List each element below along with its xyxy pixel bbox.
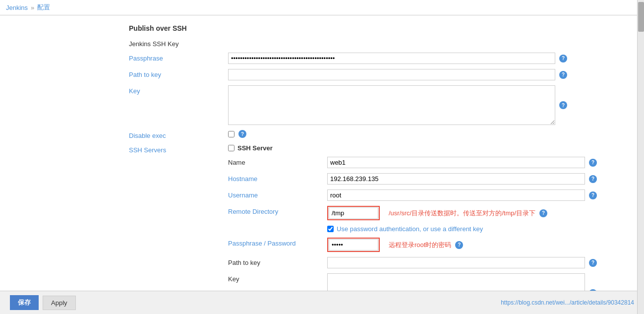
remote-directory-annotation: /usr/src/目录传送数据时。传送至对方的/tmp/目录下 [389, 209, 535, 218]
apply-button[interactable]: Apply [43, 296, 76, 310]
passphrase-password-highlight [327, 238, 380, 252]
remote-directory-control: /usr/src/目录传送数据时。传送至对方的/tmp/目录下 ? [327, 206, 634, 220]
name-row: Name ? [228, 157, 634, 168]
bottom-link[interactable]: https://blog.csdn.net/wei.../article/det… [501, 299, 634, 306]
ssh-servers-row: SSH Servers SSH Server Name ? [129, 144, 634, 314]
server-path-to-key-help-icon[interactable]: ? [589, 259, 597, 267]
passphrase-password-control: 远程登录root时的密码 ? [327, 238, 634, 252]
disable-exec-checkbox[interactable] [228, 131, 234, 137]
disable-exec-row: Disable exec ? [129, 130, 634, 139]
path-to-key-help-icon[interactable]: ? [559, 71, 567, 79]
name-control: ? [327, 157, 634, 168]
disable-exec-label: Disable exec [129, 130, 228, 139]
server-key-label: Key [228, 273, 327, 283]
name-help-icon[interactable]: ? [589, 159, 597, 167]
ssh-server-block: SSH Server Name ? Hostname ? [228, 144, 634, 314]
server-path-to-key-label: Path to key [228, 257, 327, 266]
server-path-to-key-input[interactable] [327, 257, 585, 268]
name-label: Name [228, 157, 327, 166]
ssh-server-header: SSH Server [228, 144, 634, 152]
bottom-bar: 保存 Apply https://blog.csdn.net/wei.../ar… [0, 291, 644, 314]
passphrase-password-row: Passphrase / Password 远程登录root时的密码 ? [228, 238, 634, 252]
key-row: Key ? [129, 85, 634, 125]
hostname-help-icon[interactable]: ? [589, 175, 597, 183]
hostname-input[interactable] [327, 173, 585, 185]
use-password-label: Use password authentication, or use a di… [337, 225, 483, 233]
section-title: Publish over SSH [129, 20, 634, 32]
remote-directory-highlight [327, 206, 380, 220]
remote-directory-row: Remote Directory /usr/src/目录传送数据时。传送至对方的… [228, 206, 634, 220]
server-path-to-key-row: Path to key ? [228, 257, 634, 268]
breadcrumb-separator: » [31, 4, 34, 11]
jenkins-ssh-key-row: Jenkins SSH Key [129, 38, 634, 48]
ssh-servers-control: SSH Server Name ? Hostname ? [228, 144, 634, 314]
passphrase-label: Passphrase [129, 53, 228, 62]
hostname-control: ? [327, 173, 634, 185]
jenkins-link[interactable]: Jenkins [6, 4, 28, 11]
save-button[interactable]: 保存 [10, 295, 39, 310]
topbar: Jenkins » 配置 [0, 0, 644, 15]
ssh-server-checkbox[interactable] [228, 145, 234, 151]
passphrase-help-icon[interactable]: ? [559, 55, 567, 63]
path-to-key-label: Path to key [129, 69, 228, 78]
username-control: ? [327, 189, 634, 201]
ssh-servers-label: SSH Servers [129, 144, 228, 154]
scrollbar[interactable] [637, 0, 644, 314]
key-control: ? [228, 85, 634, 125]
disable-exec-help-icon[interactable]: ? [238, 130, 246, 138]
hostname-label: Hostname [228, 173, 327, 183]
username-help-icon[interactable]: ? [589, 191, 597, 199]
key-textarea[interactable] [228, 85, 555, 125]
passphrase-password-input[interactable] [329, 239, 378, 251]
disable-exec-control: ? [228, 130, 634, 138]
username-input[interactable] [327, 189, 585, 201]
passphrase-input[interactable] [228, 53, 555, 64]
passphrase-control: ? [228, 53, 634, 64]
name-input[interactable] [327, 157, 585, 168]
path-to-key-input[interactable] [228, 69, 555, 80]
passphrase-annotation: 远程登录root时的密码 [389, 241, 451, 250]
passphrase-password-help-icon[interactable]: ? [455, 241, 463, 249]
remote-directory-help-icon[interactable]: ? [539, 209, 547, 217]
path-to-key-row: Path to key ? [129, 69, 634, 80]
remote-directory-input[interactable] [329, 207, 378, 219]
passphrase-password-label: Passphrase / Password [228, 238, 327, 247]
page-title: 配置 [37, 3, 50, 12]
key-help-icon[interactable]: ? [559, 101, 567, 109]
scrollbar-thumb[interactable] [638, 2, 644, 32]
remote-directory-label: Remote Directory [228, 206, 327, 215]
hostname-row: Hostname ? [228, 173, 634, 185]
server-path-to-key-control: ? [327, 257, 634, 268]
key-label: Key [129, 85, 228, 95]
main-content: Publish over SSH Jenkins SSH Key Passphr… [0, 15, 644, 314]
use-password-row: Use password authentication, or use a di… [327, 225, 634, 233]
username-row: Username ? [228, 189, 634, 201]
path-to-key-control: ? [228, 69, 634, 80]
username-label: Username [228, 189, 327, 199]
jenkins-ssh-key-label: Jenkins SSH Key [129, 38, 228, 48]
use-password-checkbox[interactable] [327, 226, 334, 232]
passphrase-row: Passphrase ? [129, 53, 634, 64]
